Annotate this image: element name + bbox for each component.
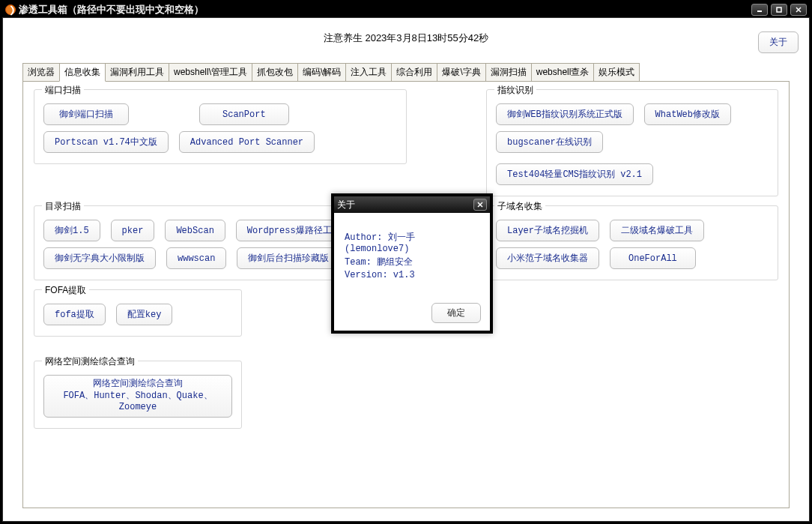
header-row: 注意养生 2023年3月8日13时55分42秒 关于 — [3, 28, 809, 58]
tab-webshell-mgr[interactable]: webshell\管理工具 — [169, 63, 252, 82]
about-dialog: 关于 Author: 刘一手(lemonlove7) Team: 鹏组安全 Ve… — [331, 193, 493, 334]
yujian-backend-button[interactable]: 御剑后台扫描珍藏版 — [237, 247, 340, 269]
about-dialog-titlebar: 关于 — [334, 196, 490, 213]
netspace-line1: 网络空间测绘综合查询 — [93, 379, 183, 391]
about-button[interactable]: 关于 — [758, 31, 799, 53]
fofa-extract-button[interactable]: fofa提取 — [43, 304, 106, 325]
tab-vuln-scan[interactable]: 漏洞扫描 — [485, 63, 532, 82]
version-value: v1.3 — [393, 270, 415, 280]
team-label: Team: — [345, 257, 372, 268]
wwwscan-button[interactable]: wwwscan — [166, 247, 226, 269]
tab-encode-decode[interactable]: 编码\解码 — [297, 63, 346, 82]
yujian-web-fingerprint-button[interactable]: 御剑WEB指纹识别系统正式版 — [496, 103, 634, 125]
close-button[interactable] — [790, 4, 807, 16]
tab-brute-dict[interactable]: 爆破\字典 — [437, 63, 485, 82]
yujian-port-scan-button[interactable]: 御剑端口扫描 — [43, 103, 129, 125]
layer-subdomain-button[interactable]: Layer子域名挖掘机 — [496, 220, 599, 241]
about-dialog-footer: 确定 — [334, 289, 490, 331]
bugscaner-online-button[interactable]: bugscaner在线识别 — [496, 131, 603, 153]
window-title: 渗透工具箱（路径中不要出现中文和空格） — [19, 3, 748, 16]
about-dialog-body: Author: 刘一手(lemonlove7) Team: 鹏组安全 Versi… — [334, 213, 490, 289]
whatweb-mod-button[interactable]: WhatWeb修改版 — [644, 103, 731, 125]
group-fofa: FOFA提取 fofa提取 配置key — [34, 289, 242, 337]
tab-browser[interactable]: 浏览器 — [22, 63, 60, 82]
group-port-scan: 端口扫描 御剑端口扫描 ScanPort Portscan v1.74中文版 A… — [34, 89, 407, 164]
window-controls — [751, 4, 807, 16]
group-title: FOFA提取 — [42, 284, 89, 297]
advanced-port-scanner-button[interactable]: Advanced Port Scanner — [179, 131, 315, 153]
author-label: Author: — [345, 232, 382, 243]
titlebar: 渗透工具箱（路径中不要出现中文和空格） — [2, 2, 810, 17]
group-netspace: 网络空间测绘综合查询 网络空间测绘综合查询 FOFA、Hunter、Shodan… — [34, 361, 242, 429]
team-value: 鹏组安全 — [377, 257, 413, 268]
about-dialog-close-button[interactable] — [473, 199, 487, 211]
group-title: 端口扫描 — [42, 84, 84, 97]
about-ok-button[interactable]: 确定 — [431, 303, 481, 323]
tabs-strip: 浏览器 信息收集 漏洞利用工具 webshell\管理工具 抓包改包 编码\解码… — [22, 63, 809, 82]
status-text: 注意养生 2023年3月8日13时55分42秒 — [324, 31, 488, 45]
client-area: 注意养生 2023年3月8日13时55分42秒 关于 浏览器 信息收集 漏洞利用… — [2, 17, 810, 522]
yujian-15-button[interactable]: 御剑1.5 — [43, 220, 100, 241]
yujian-nodict-button[interactable]: 御剑无字典大小限制版 — [43, 247, 156, 269]
pker-button[interactable]: pker — [111, 220, 155, 241]
tab-comprehensive[interactable]: 综合利用 — [391, 63, 437, 82]
group-subdomain: 子域名收集 Layer子域名挖掘机 二级域名爆破工具 小米范子域名收集器 One… — [486, 205, 778, 280]
scanport-button[interactable]: ScanPort — [199, 103, 289, 125]
tab-injection[interactable]: 注入工具 — [345, 63, 392, 82]
second-level-domain-button[interactable]: 二级域名爆破工具 — [610, 220, 704, 241]
netspace-query-button[interactable]: 网络空间测绘综合查询 FOFA、Hunter、Shodan、Quake、Zoom… — [43, 375, 232, 418]
svg-rect-1 — [777, 7, 781, 12]
tab-entertainment[interactable]: 娱乐模式 — [593, 63, 640, 82]
config-key-button[interactable]: 配置key — [116, 304, 173, 325]
about-dialog-title: 关于 — [337, 199, 355, 211]
group-title: 指纹识别 — [494, 84, 536, 97]
tab-packet-capture[interactable]: 抓包改包 — [252, 63, 298, 82]
group-title: 目录扫描 — [42, 200, 84, 213]
tab-exploit-tools[interactable]: 漏洞利用工具 — [105, 63, 169, 82]
tab-info-collect[interactable]: 信息收集 — [59, 63, 106, 82]
xiaomifan-subdomain-button[interactable]: 小米范子域名收集器 — [496, 247, 599, 269]
group-fingerprint: 指纹识别 御剑WEB指纹识别系统正式版 WhatWeb修改版 bugscaner… — [486, 89, 778, 196]
group-title: 网络空间测绘综合查询 — [42, 355, 138, 368]
test404-cms-button[interactable]: Test404轻量CMS指纹识别 v2.1 — [496, 163, 653, 185]
app-icon — [5, 4, 16, 15]
webscan-button[interactable]: WebScan — [165, 220, 225, 241]
row-1: 端口扫描 御剑端口扫描 ScanPort Portscan v1.74中文版 A… — [29, 89, 783, 205]
group-title: 子域名收集 — [494, 200, 545, 213]
oneforall-button[interactable]: OneForAll — [610, 247, 696, 269]
version-label: Version: — [345, 270, 388, 280]
tab-webshell-kill[interactable]: webshell查杀 — [531, 63, 595, 82]
minimize-button[interactable] — [751, 4, 768, 16]
portscan-174-button[interactable]: Portscan v1.74中文版 — [43, 131, 169, 153]
maximize-button[interactable] — [771, 4, 787, 16]
app-window: 渗透工具箱（路径中不要出现中文和空格） 注意养生 2023年3月8日13时55分… — [0, 0, 812, 524]
netspace-line2: FOFA、Hunter、Shodan、Quake、Zoomeye — [52, 391, 224, 414]
